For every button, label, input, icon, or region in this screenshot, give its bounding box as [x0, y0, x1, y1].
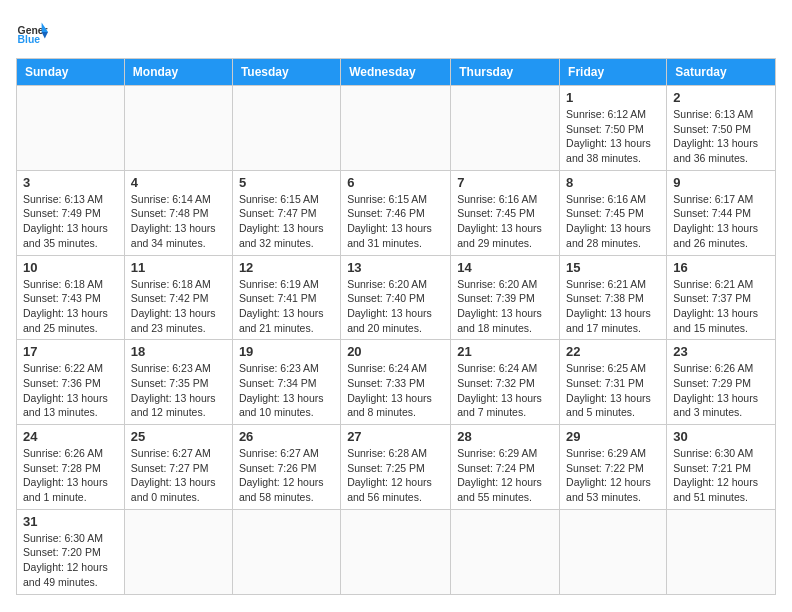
day-info: Sunrise: 6:27 AM Sunset: 7:27 PM Dayligh…	[131, 446, 226, 505]
day-number: 14	[457, 260, 553, 275]
day-number: 12	[239, 260, 334, 275]
svg-text:Blue: Blue	[18, 34, 41, 45]
day-info: Sunrise: 6:15 AM Sunset: 7:46 PM Dayligh…	[347, 192, 444, 251]
day-info: Sunrise: 6:18 AM Sunset: 7:43 PM Dayligh…	[23, 277, 118, 336]
col-header-saturday: Saturday	[667, 59, 776, 86]
day-info: Sunrise: 6:24 AM Sunset: 7:33 PM Dayligh…	[347, 361, 444, 420]
calendar-cell: 22Sunrise: 6:25 AM Sunset: 7:31 PM Dayli…	[560, 340, 667, 425]
day-number: 6	[347, 175, 444, 190]
col-header-thursday: Thursday	[451, 59, 560, 86]
day-info: Sunrise: 6:26 AM Sunset: 7:28 PM Dayligh…	[23, 446, 118, 505]
day-info: Sunrise: 6:20 AM Sunset: 7:39 PM Dayligh…	[457, 277, 553, 336]
day-info: Sunrise: 6:28 AM Sunset: 7:25 PM Dayligh…	[347, 446, 444, 505]
col-header-tuesday: Tuesday	[232, 59, 340, 86]
calendar-cell	[17, 86, 125, 171]
day-number: 7	[457, 175, 553, 190]
calendar-cell: 12Sunrise: 6:19 AM Sunset: 7:41 PM Dayli…	[232, 255, 340, 340]
col-header-sunday: Sunday	[17, 59, 125, 86]
day-info: Sunrise: 6:12 AM Sunset: 7:50 PM Dayligh…	[566, 107, 660, 166]
day-number: 27	[347, 429, 444, 444]
calendar-table: SundayMondayTuesdayWednesdayThursdayFrid…	[16, 58, 776, 595]
calendar-cell: 25Sunrise: 6:27 AM Sunset: 7:27 PM Dayli…	[124, 425, 232, 510]
day-info: Sunrise: 6:19 AM Sunset: 7:41 PM Dayligh…	[239, 277, 334, 336]
day-info: Sunrise: 6:16 AM Sunset: 7:45 PM Dayligh…	[566, 192, 660, 251]
logo-icon: General Blue	[16, 16, 48, 48]
day-number: 25	[131, 429, 226, 444]
day-number: 28	[457, 429, 553, 444]
calendar-cell: 1Sunrise: 6:12 AM Sunset: 7:50 PM Daylig…	[560, 86, 667, 171]
calendar-cell: 6Sunrise: 6:15 AM Sunset: 7:46 PM Daylig…	[341, 170, 451, 255]
calendar-cell: 19Sunrise: 6:23 AM Sunset: 7:34 PM Dayli…	[232, 340, 340, 425]
day-number: 13	[347, 260, 444, 275]
calendar-cell: 31Sunrise: 6:30 AM Sunset: 7:20 PM Dayli…	[17, 509, 125, 594]
calendar-cell: 21Sunrise: 6:24 AM Sunset: 7:32 PM Dayli…	[451, 340, 560, 425]
calendar-cell: 13Sunrise: 6:20 AM Sunset: 7:40 PM Dayli…	[341, 255, 451, 340]
day-number: 3	[23, 175, 118, 190]
col-header-wednesday: Wednesday	[341, 59, 451, 86]
day-info: Sunrise: 6:30 AM Sunset: 7:20 PM Dayligh…	[23, 531, 118, 590]
calendar-cell: 24Sunrise: 6:26 AM Sunset: 7:28 PM Dayli…	[17, 425, 125, 510]
calendar-cell: 10Sunrise: 6:18 AM Sunset: 7:43 PM Dayli…	[17, 255, 125, 340]
calendar-cell: 17Sunrise: 6:22 AM Sunset: 7:36 PM Dayli…	[17, 340, 125, 425]
day-info: Sunrise: 6:23 AM Sunset: 7:34 PM Dayligh…	[239, 361, 334, 420]
calendar-cell	[232, 86, 340, 171]
calendar-cell: 8Sunrise: 6:16 AM Sunset: 7:45 PM Daylig…	[560, 170, 667, 255]
calendar-cell	[451, 509, 560, 594]
calendar-cell	[232, 509, 340, 594]
calendar-week-row: 31Sunrise: 6:30 AM Sunset: 7:20 PM Dayli…	[17, 509, 776, 594]
day-info: Sunrise: 6:24 AM Sunset: 7:32 PM Dayligh…	[457, 361, 553, 420]
day-number: 18	[131, 344, 226, 359]
day-info: Sunrise: 6:25 AM Sunset: 7:31 PM Dayligh…	[566, 361, 660, 420]
day-number: 2	[673, 90, 769, 105]
day-number: 26	[239, 429, 334, 444]
calendar-cell: 28Sunrise: 6:29 AM Sunset: 7:24 PM Dayli…	[451, 425, 560, 510]
calendar-cell: 16Sunrise: 6:21 AM Sunset: 7:37 PM Dayli…	[667, 255, 776, 340]
day-number: 8	[566, 175, 660, 190]
day-info: Sunrise: 6:29 AM Sunset: 7:22 PM Dayligh…	[566, 446, 660, 505]
calendar-cell: 14Sunrise: 6:20 AM Sunset: 7:39 PM Dayli…	[451, 255, 560, 340]
day-info: Sunrise: 6:21 AM Sunset: 7:37 PM Dayligh…	[673, 277, 769, 336]
day-number: 21	[457, 344, 553, 359]
col-header-monday: Monday	[124, 59, 232, 86]
day-info: Sunrise: 6:23 AM Sunset: 7:35 PM Dayligh…	[131, 361, 226, 420]
day-number: 30	[673, 429, 769, 444]
day-info: Sunrise: 6:20 AM Sunset: 7:40 PM Dayligh…	[347, 277, 444, 336]
day-info: Sunrise: 6:26 AM Sunset: 7:29 PM Dayligh…	[673, 361, 769, 420]
day-info: Sunrise: 6:22 AM Sunset: 7:36 PM Dayligh…	[23, 361, 118, 420]
day-info: Sunrise: 6:18 AM Sunset: 7:42 PM Dayligh…	[131, 277, 226, 336]
calendar-cell: 26Sunrise: 6:27 AM Sunset: 7:26 PM Dayli…	[232, 425, 340, 510]
day-info: Sunrise: 6:21 AM Sunset: 7:38 PM Dayligh…	[566, 277, 660, 336]
day-number: 19	[239, 344, 334, 359]
day-info: Sunrise: 6:15 AM Sunset: 7:47 PM Dayligh…	[239, 192, 334, 251]
day-number: 20	[347, 344, 444, 359]
day-number: 17	[23, 344, 118, 359]
day-number: 23	[673, 344, 769, 359]
col-header-friday: Friday	[560, 59, 667, 86]
calendar-cell: 23Sunrise: 6:26 AM Sunset: 7:29 PM Dayli…	[667, 340, 776, 425]
calendar-cell	[667, 509, 776, 594]
calendar-cell: 30Sunrise: 6:30 AM Sunset: 7:21 PM Dayli…	[667, 425, 776, 510]
calendar-cell: 29Sunrise: 6:29 AM Sunset: 7:22 PM Dayli…	[560, 425, 667, 510]
calendar-cell: 11Sunrise: 6:18 AM Sunset: 7:42 PM Dayli…	[124, 255, 232, 340]
calendar-cell	[341, 86, 451, 171]
day-info: Sunrise: 6:30 AM Sunset: 7:21 PM Dayligh…	[673, 446, 769, 505]
calendar-cell: 5Sunrise: 6:15 AM Sunset: 7:47 PM Daylig…	[232, 170, 340, 255]
calendar-header-row: SundayMondayTuesdayWednesdayThursdayFrid…	[17, 59, 776, 86]
calendar-cell: 15Sunrise: 6:21 AM Sunset: 7:38 PM Dayli…	[560, 255, 667, 340]
day-number: 11	[131, 260, 226, 275]
day-number: 29	[566, 429, 660, 444]
calendar-cell	[124, 86, 232, 171]
calendar-cell	[341, 509, 451, 594]
calendar-week-row: 17Sunrise: 6:22 AM Sunset: 7:36 PM Dayli…	[17, 340, 776, 425]
day-number: 10	[23, 260, 118, 275]
calendar-cell: 20Sunrise: 6:24 AM Sunset: 7:33 PM Dayli…	[341, 340, 451, 425]
day-info: Sunrise: 6:13 AM Sunset: 7:49 PM Dayligh…	[23, 192, 118, 251]
day-number: 16	[673, 260, 769, 275]
calendar-cell: 7Sunrise: 6:16 AM Sunset: 7:45 PM Daylig…	[451, 170, 560, 255]
day-info: Sunrise: 6:13 AM Sunset: 7:50 PM Dayligh…	[673, 107, 769, 166]
day-number: 15	[566, 260, 660, 275]
day-number: 1	[566, 90, 660, 105]
calendar-week-row: 3Sunrise: 6:13 AM Sunset: 7:49 PM Daylig…	[17, 170, 776, 255]
calendar-week-row: 1Sunrise: 6:12 AM Sunset: 7:50 PM Daylig…	[17, 86, 776, 171]
day-info: Sunrise: 6:14 AM Sunset: 7:48 PM Dayligh…	[131, 192, 226, 251]
